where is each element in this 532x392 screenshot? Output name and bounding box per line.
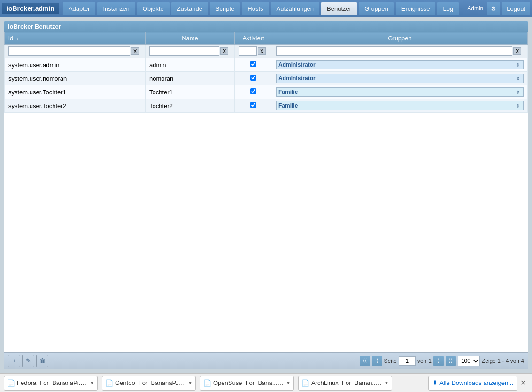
- filter-aktiviert-input[interactable]: [239, 46, 257, 56]
- cell-gruppen-2: Familie⇕: [272, 85, 528, 99]
- tab-ereignisse[interactable]: Ereignisse: [396, 2, 436, 15]
- tab-scripte[interactable]: Scripte: [210, 2, 240, 15]
- download-item-2[interactable]: 📄 OpenSuse_For_Bana...tgz ▼: [200, 376, 294, 391]
- file-icon-3: 📄: [301, 379, 309, 387]
- col-header-name[interactable]: Name: [146, 32, 235, 45]
- filter-row: X X X: [5, 45, 528, 58]
- cell-gruppen-0: Administrator⇕: [272, 58, 528, 72]
- file-icon-1: 📄: [105, 379, 113, 387]
- col-header-id[interactable]: id ↕: [5, 32, 146, 45]
- filter-cell-aktiviert: X: [235, 45, 272, 58]
- file-icon-0: 📄: [7, 379, 15, 387]
- plus-icon: +: [12, 357, 16, 364]
- group-cell-1: Administrator⇕: [276, 74, 524, 83]
- page-last-button[interactable]: ⟩⟩: [446, 356, 456, 366]
- tab-gruppen[interactable]: Gruppen: [359, 2, 394, 15]
- col-header-aktiviert[interactable]: Aktiviert: [235, 32, 272, 45]
- download-item-0[interactable]: 📄 Fedora_For_BananaPi...tgz ▼: [4, 376, 98, 391]
- cell-name-2: Tochter1: [146, 85, 235, 99]
- page-next-button[interactable]: ⟩: [433, 356, 444, 366]
- filter-name-container: X: [149, 46, 231, 56]
- download-arrow-2: ▼: [286, 380, 291, 385]
- settings-button[interactable]: ⚙: [487, 2, 500, 15]
- tab-adapter[interactable]: Adapter: [63, 2, 96, 15]
- file-name-1: Gentoo_For_BananaP...tgz: [115, 379, 186, 386]
- checkbox-aktiviert-2[interactable]: [250, 88, 256, 94]
- table-row: system.user.adminadminAdministrator⇕: [5, 58, 528, 72]
- tab-instanzen[interactable]: Instanzen: [97, 2, 135, 15]
- col-header-gruppen[interactable]: Gruppen: [272, 32, 528, 45]
- cell-name-0: admin: [146, 58, 235, 72]
- table-scroll-area[interactable]: id ↕ Name Aktiviert Gruppen X: [4, 32, 528, 352]
- panel-header: ioBroker Benutzer: [4, 21, 528, 32]
- cell-name-3: Tochter2: [146, 99, 235, 113]
- filter-name-input[interactable]: [149, 46, 219, 56]
- group-select-2[interactable]: Familie: [276, 87, 524, 97]
- group-cell-2: Familie⇕: [276, 87, 524, 97]
- tab-objekte[interactable]: Objekte: [137, 2, 170, 15]
- group-select-3[interactable]: Familie: [276, 101, 524, 110]
- filter-gruppen-clear[interactable]: X: [513, 47, 521, 55]
- file-name-0: Fedora_For_BananaPi...tgz: [17, 379, 88, 386]
- tab-aufzaehlungen[interactable]: Aufzählungen: [271, 2, 320, 15]
- separator-0: [100, 376, 100, 391]
- cell-gruppen-3: Familie⇕: [272, 99, 528, 113]
- checkbox-aktiviert-3[interactable]: [250, 102, 256, 108]
- filter-id-clear[interactable]: X: [131, 47, 139, 55]
- seite-label: Seite: [384, 358, 397, 364]
- top-navigation: ioBroker.admin Adapter Instanzen Objekte…: [0, 0, 532, 17]
- all-downloads-button[interactable]: ⬇ Alle Downloads anzeigen...: [428, 376, 517, 391]
- group-cell-0: Administrator⇕: [276, 60, 524, 69]
- file-name-2: OpenSuse_For_Bana...tgz: [213, 379, 284, 386]
- gear-icon: ⚙: [491, 5, 496, 12]
- logout-button[interactable]: Logout: [502, 2, 530, 15]
- delete-user-button[interactable]: 🗑: [36, 355, 48, 367]
- download-arrow-0: ▼: [90, 380, 94, 385]
- filter-cell-gruppen: X: [272, 45, 528, 58]
- total-pages: 1: [428, 358, 432, 364]
- von-label: von: [417, 358, 426, 364]
- filter-aktiviert-container: X: [239, 46, 268, 56]
- cell-id-0: system.user.admin: [5, 58, 146, 72]
- add-user-button[interactable]: +: [8, 355, 20, 367]
- group-cell-3: Familie⇕: [276, 101, 524, 110]
- bottom-toolbar: + ✎ 🗑 ⟨⟨ ⟨ Seite von 1 ⟩ ⟩⟩ 100 50 2: [4, 352, 528, 369]
- cell-id-2: system.user.Tochter1: [5, 85, 146, 99]
- page-prev-button[interactable]: ⟨: [372, 356, 382, 366]
- tab-benutzer[interactable]: Benutzer: [321, 2, 357, 15]
- table-header-row: id ↕ Name Aktiviert Gruppen: [5, 32, 528, 45]
- close-download-bar-button[interactable]: ✕: [518, 378, 528, 387]
- cell-aktiviert-1: [235, 72, 272, 85]
- table-body: system.user.adminadminAdministrator⇕syst…: [5, 58, 528, 113]
- filter-gruppen-input[interactable]: [276, 46, 512, 56]
- filter-id-input[interactable]: [8, 46, 130, 56]
- zeige-label: Zeige 1 - 4 von 4: [482, 358, 524, 364]
- page-number-input[interactable]: [399, 356, 416, 366]
- cell-gruppen-1: Administrator⇕: [272, 72, 528, 85]
- tab-hosts[interactable]: Hosts: [242, 2, 269, 15]
- filter-name-clear[interactable]: X: [220, 47, 228, 55]
- download-item-1[interactable]: 📄 Gentoo_For_BananaP...tgz ▼: [102, 376, 196, 391]
- tab-zustaende[interactable]: Zustände: [171, 2, 208, 15]
- group-select-0[interactable]: Administrator: [276, 60, 524, 69]
- app-logo: ioBroker.admin: [2, 3, 59, 14]
- tab-log[interactable]: Log: [437, 2, 459, 15]
- pagination-controls: ⟨⟨ ⟨ Seite von 1 ⟩ ⟩⟩ 100 50 25 Zeige 1 …: [360, 356, 524, 366]
- edit-user-button[interactable]: ✎: [22, 355, 34, 367]
- download-arrow-3: ▼: [384, 380, 389, 385]
- cell-name-1: homoran: [146, 72, 235, 85]
- separator-1: [198, 376, 198, 391]
- checkbox-aktiviert-0[interactable]: [250, 61, 256, 67]
- filter-aktiviert-clear[interactable]: X: [258, 47, 266, 55]
- download-arrow-1: ▼: [188, 380, 193, 385]
- cell-id-3: system.user.Tochter2: [5, 99, 146, 113]
- checkbox-aktiviert-1[interactable]: [250, 75, 256, 81]
- separator-2: [296, 376, 296, 391]
- group-select-1[interactable]: Administrator: [276, 74, 524, 83]
- trash-icon: 🗑: [39, 357, 46, 364]
- per-page-select[interactable]: 100 50 25: [458, 356, 480, 366]
- download-item-3[interactable]: 📄 ArchLinux_For_Banan...tgz ▼: [298, 376, 392, 391]
- table-row: system.user.Tochter1Tochter1Familie⇕: [5, 85, 528, 99]
- page-first-button[interactable]: ⟨⟨: [360, 356, 370, 366]
- filter-id-container: X: [8, 46, 141, 56]
